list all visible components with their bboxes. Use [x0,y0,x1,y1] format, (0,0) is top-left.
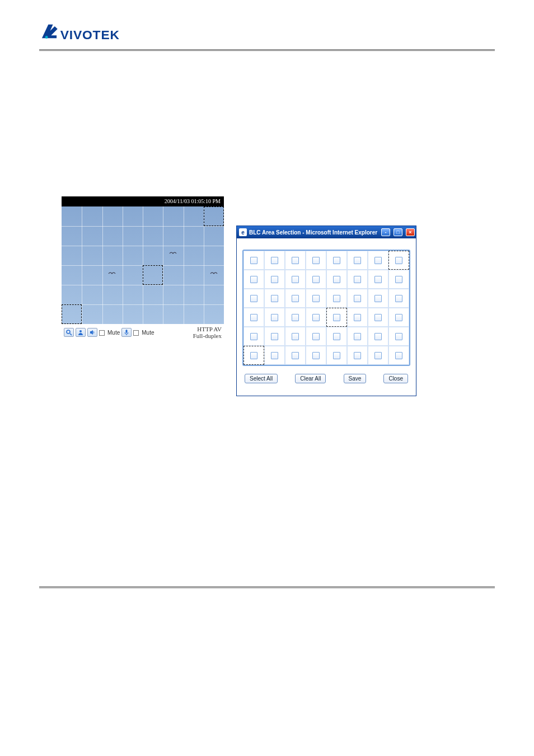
blc-checkbox[interactable] [354,352,361,359]
blc-checkbox[interactable] [271,352,278,359]
blc-cell[interactable] [243,346,264,365]
blc-cell[interactable] [368,346,388,365]
blc-cell[interactable] [326,308,347,327]
blc-cell[interactable] [264,346,285,365]
blc-cell[interactable] [326,289,347,308]
blc-checkbox[interactable] [250,314,257,321]
blc-checkbox[interactable] [250,276,257,283]
blc-checkbox[interactable] [333,352,340,359]
blc-cell[interactable] [326,327,347,346]
blc-cell[interactable] [347,346,368,365]
blc-checkbox[interactable] [250,257,257,264]
blc-cell[interactable] [388,289,409,308]
blc-cell[interactable] [285,270,306,289]
blc-cell[interactable] [243,289,264,308]
blc-cell[interactable] [243,270,264,289]
blc-cell[interactable] [243,251,264,270]
blc-checkbox[interactable] [312,314,320,321]
blc-cell[interactable] [306,308,326,327]
blc-cell[interactable] [264,308,285,327]
blc-checkbox[interactable] [354,333,361,340]
blc-checkbox[interactable] [292,314,299,321]
clear-all-button[interactable]: Clear All [295,374,326,383]
blc-checkbox[interactable] [354,257,361,264]
blc-checkbox[interactable] [271,257,278,264]
blc-checkbox[interactable] [292,352,299,359]
blc-checkbox[interactable] [312,295,320,302]
blc-checkbox[interactable] [395,276,402,283]
blc-checkbox[interactable] [354,276,361,283]
blc-cell[interactable] [388,346,409,365]
blc-cell[interactable] [347,327,368,346]
mute-2-checkbox[interactable] [133,329,140,335]
close-popup-button[interactable]: Close [383,374,408,383]
blc-cell[interactable] [264,270,285,289]
blc-cell[interactable] [347,270,368,289]
blc-checkbox[interactable] [271,295,278,302]
blc-checkbox[interactable] [312,276,320,283]
blc-checkbox[interactable] [271,314,278,321]
blc-cell[interactable] [285,327,306,346]
blc-checkbox[interactable] [333,314,340,321]
blc-checkbox[interactable] [374,333,382,340]
blc-cell[interactable] [264,327,285,346]
blc-checkbox[interactable] [354,314,361,321]
blc-cell[interactable] [264,289,285,308]
blc-cell[interactable] [306,327,326,346]
blc-checkbox[interactable] [333,295,340,302]
blc-cell[interactable] [326,346,347,365]
blc-cell[interactable] [388,270,409,289]
blc-cell[interactable] [306,346,326,365]
save-button[interactable]: Save [344,374,367,383]
blc-checkbox[interactable] [292,276,299,283]
blc-cell[interactable] [388,327,409,346]
blc-cell[interactable] [264,251,285,270]
blc-checkbox[interactable] [333,257,340,264]
blc-checkbox[interactable] [374,257,382,264]
blc-checkbox[interactable] [292,333,299,340]
blc-checkbox[interactable] [250,352,257,359]
blc-cell[interactable] [243,327,264,346]
close-button[interactable]: × [406,228,415,236]
blc-checkbox[interactable] [312,352,320,359]
blc-checkbox[interactable] [395,314,402,321]
blc-cell[interactable] [326,270,347,289]
blc-checkbox[interactable] [374,352,382,359]
blc-checkbox[interactable] [395,257,402,264]
blc-cell[interactable] [388,251,409,270]
mute-1-checkbox[interactable] [99,329,106,335]
user-icon[interactable] [76,328,86,337]
blc-cell[interactable] [306,251,326,270]
blc-checkbox[interactable] [333,276,340,283]
zoom-icon[interactable] [64,328,74,337]
blc-cell[interactable] [347,289,368,308]
blc-cell[interactable] [243,308,264,327]
blc-cell[interactable] [285,346,306,365]
blc-cell[interactable] [368,327,388,346]
blc-checkbox[interactable] [395,295,402,302]
blc-cell[interactable] [388,308,409,327]
blc-cell[interactable] [368,251,388,270]
blc-checkbox[interactable] [312,257,320,264]
blc-cell[interactable] [285,308,306,327]
blc-checkbox[interactable] [271,276,278,283]
blc-cell[interactable] [347,251,368,270]
blc-cell[interactable] [285,289,306,308]
blc-checkbox[interactable] [292,257,299,264]
blc-checkbox[interactable] [374,314,382,321]
blc-cell[interactable] [368,289,388,308]
blc-checkbox[interactable] [312,333,320,340]
blc-checkbox[interactable] [395,352,402,359]
blc-checkbox[interactable] [395,333,402,340]
blc-checkbox[interactable] [292,295,299,302]
blc-checkbox[interactable] [250,295,257,302]
blc-checkbox[interactable] [271,333,278,340]
blc-checkbox[interactable] [354,295,361,302]
blc-checkbox[interactable] [374,295,382,302]
blc-cell[interactable] [326,251,347,270]
select-all-button[interactable]: Select All [245,374,278,383]
blc-checkbox[interactable] [250,333,257,340]
mic-icon[interactable] [121,328,132,337]
minimize-button[interactable]: ‐ [381,228,390,236]
blc-cell[interactable] [306,270,326,289]
